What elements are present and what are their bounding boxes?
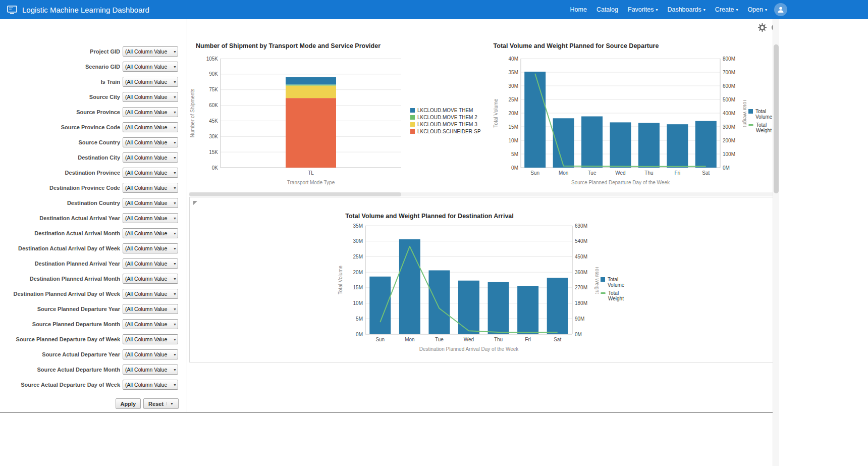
app-title: Logistic Machine Learning Dashboard [22,6,149,14]
filter-dropdown-source-actual-departure-month[interactable]: (All Column Value▼ [123,365,178,375]
legend-item: LKCLOUD.MOVE THEM 2 [410,115,481,120]
chart-canvas[interactable]: 0M5M10M15M20M25M30M35M40M0M100M200M300M4… [492,50,746,191]
svg-text:450M: 450M [575,254,587,260]
chart-shipments-by-transport-mode: Number of Shipment by Transport Mode and… [188,42,481,191]
nav-create[interactable]: Create▾ [715,6,738,13]
filter-dropdown-scenario-gid[interactable]: (All Column Value▼ [123,62,178,72]
scrollbar-thumb[interactable] [189,192,401,196]
filter-dropdown-source-city[interactable]: (All Column Value▼ [123,92,178,102]
person-icon [777,6,784,13]
svg-text:5M: 5M [356,316,363,322]
caret-down-icon: ▼ [173,368,177,372]
caret-down-icon: ▼ [167,402,174,405]
filter-row: Is Train(All Column Value▼ [0,74,187,89]
chart-canvas[interactable]: 0M5M10M15M20M25M30M35M0M90M180M270M360M4… [336,221,599,357]
reset-button[interactable]: Reset ▼ [143,398,179,409]
filter-label-source-actual-departure-month: Source Actual Departure Month [0,367,120,373]
caret-down-icon: ▼ [173,383,177,387]
filter-row: Destination Actual Arrival Year(All Colu… [0,211,187,226]
gear-icon[interactable] [758,23,767,32]
chart-legend: Total VolumeTotal Weight [601,274,628,304]
filter-dropdown-destination-province[interactable]: (All Column Value▼ [123,168,178,178]
filter-dropdown-source-province-code[interactable]: (All Column Value▼ [123,122,178,132]
filter-dropdown-destination-actual-arrival-year[interactable]: (All Column Value▼ [123,213,178,223]
filter-row: Source Province(All Column Value▼ [0,105,187,120]
chart-legend: LKCLOUD.MOVE THEMLKCLOUD.MOVE THEM 2LKCL… [410,106,481,136]
collapse-icon[interactable] [193,201,197,205]
nav-open[interactable]: Open▾ [747,6,767,13]
legend-color-swatch [410,129,415,134]
filter-dropdown-destination-actual-arrival-day-of-week[interactable]: (All Column Value▼ [123,243,178,253]
legend-item: Total Volume [748,109,776,120]
nav-home[interactable]: Home [570,6,587,13]
caret-down-icon: ▼ [173,80,177,84]
filter-dropdown-destination-actual-arrival-month[interactable]: (All Column Value▼ [123,228,178,238]
svg-text:Total Weight: Total Weight [594,266,599,294]
svg-text:15M: 15M [353,285,363,290]
svg-text:40M: 40M [509,56,518,62]
dashboard-icon [7,6,17,14]
filter-dropdown-destination-country[interactable]: (All Column Value▼ [123,198,178,208]
filter-dropdown-is-train[interactable]: (All Column Value▼ [123,77,178,87]
dropdown-value: (All Column Value [125,64,172,70]
dropdown-value: (All Column Value [125,215,172,221]
nav-favorites[interactable]: Favorites▾ [628,6,658,13]
svg-text:Wed: Wed [464,337,474,342]
svg-text:Number of Shipments: Number of Shipments [190,89,195,138]
legend-item: Total Weight [748,122,776,133]
svg-text:30M: 30M [509,83,518,89]
filter-dropdown-source-country[interactable]: (All Column Value▼ [123,137,178,147]
filter-dropdown-destination-planned-arrival-day-of-week[interactable]: (All Column Value▼ [123,289,178,299]
filter-dropdown-source-planned-departure-day-of-week[interactable]: (All Column Value▼ [123,334,178,344]
scrollbar-thumb[interactable] [774,44,779,193]
filter-dropdown-source-actual-departure-year[interactable]: (All Column Value▼ [123,349,178,359]
user-avatar[interactable] [774,3,787,16]
filter-label-source-province-code: Source Province Code [0,124,120,130]
svg-text:100M: 100M [723,151,735,157]
filter-row: Source Planned Departure Month(All Colum… [0,317,187,332]
horizontal-scrollbar[interactable] [189,192,773,196]
filter-label-source-city: Source City [0,94,120,100]
apply-button[interactable]: Apply [116,398,141,409]
svg-text:Fri: Fri [675,170,681,176]
caret-down-icon: ▾ [703,8,706,12]
svg-text:Transport Mode Type: Transport Mode Type [287,180,335,185]
nav-catalog[interactable]: Catalog [596,6,618,13]
filter-dropdown-destination-city[interactable]: (All Column Value▼ [123,152,178,163]
svg-text:540M: 540M [575,238,587,244]
caret-down-icon: ▼ [173,95,177,99]
nav-dashboards[interactable]: Dashboards▾ [667,6,705,13]
filter-dropdown-source-planned-departure-month[interactable]: (All Column Value▼ [123,319,178,329]
svg-text:Tue: Tue [588,170,596,176]
filter-row: Source Actual Departure Day of Week(All … [0,377,187,392]
caret-down-icon: ▼ [173,262,177,266]
legend-color-swatch [601,277,605,282]
svg-text:Mon: Mon [559,170,568,176]
filter-row: Destination Planned Arrival Month(All Co… [0,271,187,286]
svg-text:0M: 0M [511,165,518,171]
filter-dropdown-project-gid[interactable]: (All Column Value▼ [123,46,178,57]
chart-canvas[interactable]: 0K15K30K45K60K75K90K105KTLTransport Mode… [188,50,406,191]
legend-color-swatch [410,115,415,120]
svg-text:90K: 90K [209,71,218,77]
dropdown-value: (All Column Value [125,154,172,161]
svg-text:Thu: Thu [644,170,653,176]
filter-dropdown-destination-planned-arrival-year[interactable]: (All Column Value▼ [123,258,178,269]
filter-dropdown-source-planned-departure-year[interactable]: (All Column Value▼ [123,304,178,314]
svg-text:0M: 0M [356,332,363,337]
filter-dropdown-destination-planned-arrival-month[interactable]: (All Column Value▼ [123,274,178,284]
svg-text:15M: 15M [509,124,518,130]
vertical-scrollbar[interactable] [773,19,779,466]
filter-dropdown-source-province[interactable]: (All Column Value▼ [123,107,178,117]
svg-text:Fri: Fri [525,337,531,342]
svg-text:25M: 25M [509,97,518,102]
chart-title: Number of Shipment by Transport Mode and… [188,42,406,50]
filter-dropdown-source-actual-departure-day-of-week[interactable]: (All Column Value▼ [123,380,178,390]
legend-item: Total Volume [601,277,628,288]
svg-text:0K: 0K [212,165,219,171]
filter-label-scenario-gid: Scenario GID [0,64,120,70]
filter-dropdown-destination-province-code[interactable]: (All Column Value▼ [123,183,178,193]
filter-row: Source Actual Departure Month(All Column… [0,362,187,377]
caret-down-icon: ▼ [173,111,177,114]
dashboard-window: Logistic Machine Learning Dashboard Home… [0,0,868,466]
